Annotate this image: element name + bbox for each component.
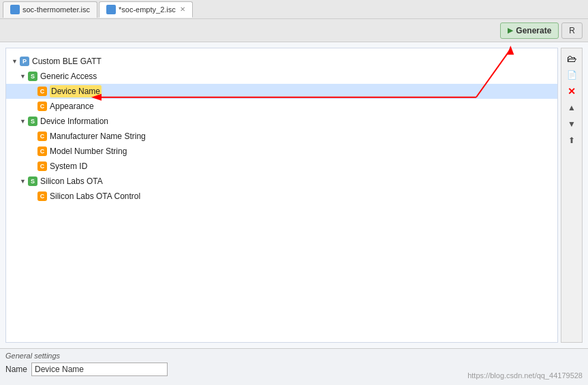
tree-label-appearance: Appearance bbox=[50, 100, 94, 112]
name-field-label: Name bbox=[5, 365, 27, 374]
tree-item-device-name[interactable]: C Device Name bbox=[6, 84, 557, 99]
tab-label-thermometer: soc-thermometer.isc bbox=[22, 5, 90, 14]
bottom-panel: General settings Name bbox=[0, 348, 588, 385]
tab-bar: soc-thermometer.isc *soc-empty_2.isc ✕ bbox=[0, 0, 588, 19]
tree-item-device-information[interactable]: ▼ S Device Information bbox=[6, 114, 557, 129]
arrow-generic-access: ▼ bbox=[20, 70, 28, 82]
general-settings-title: General settings bbox=[5, 352, 583, 360]
tree-root: ▼ P Custom BLE GATT ▼ S Generic Access C… bbox=[6, 48, 557, 209]
badge-c-system-id: C bbox=[37, 161, 47, 171]
tree-item-generic-access[interactable]: ▼ S Generic Access bbox=[6, 69, 557, 84]
tree-label-ota-control: Silicon Labs OTA Control bbox=[50, 190, 140, 202]
arrow-manufacturer bbox=[29, 130, 37, 142]
delete-button[interactable]: ✕ bbox=[563, 84, 580, 99]
main-content: ▼ P Custom BLE GATT ▼ S Generic Access C… bbox=[0, 42, 588, 348]
tab-icon-thermometer bbox=[10, 5, 20, 14]
tree-label-root: Custom BLE GATT bbox=[32, 55, 102, 67]
export-button[interactable]: ⬆ bbox=[563, 133, 580, 148]
tab-soc-thermometer[interactable]: soc-thermometer.isc bbox=[3, 1, 97, 18]
badge-c-appearance: C bbox=[37, 102, 47, 111]
tab-soc-empty2[interactable]: *soc-empty_2.isc ✕ bbox=[99, 1, 193, 18]
tree-label-manufacturer: Manufacturer Name String bbox=[50, 130, 146, 142]
up-arrow-icon: ▲ bbox=[568, 103, 576, 112]
folder-icon: 🗁 bbox=[567, 53, 576, 64]
tree-item-system-id[interactable]: C System ID bbox=[6, 159, 557, 174]
tree-item-root[interactable]: ▼ P Custom BLE GATT bbox=[6, 54, 557, 69]
tree-panel: ▼ P Custom BLE GATT ▼ S Generic Access C… bbox=[5, 48, 558, 343]
badge-s-ota: S bbox=[28, 176, 37, 186]
tree-label-device-info: Device Information bbox=[40, 115, 108, 127]
file-button[interactable]: 📄 bbox=[563, 67, 580, 82]
secondary-label: R bbox=[569, 26, 575, 35]
tab-close-button[interactable]: ✕ bbox=[180, 5, 185, 13]
tree-item-manufacturer-name[interactable]: C Manufacturer Name String bbox=[6, 129, 557, 144]
arrow-device-info: ▼ bbox=[20, 115, 28, 127]
tree-item-appearance[interactable]: C Appearance bbox=[6, 99, 557, 114]
badge-c-model-number: C bbox=[37, 147, 47, 156]
tree-item-ota-control[interactable]: C Silicon Labs OTA Control bbox=[6, 189, 557, 204]
badge-s-generic-access: S bbox=[28, 72, 37, 81]
down-arrow-icon: ▼ bbox=[568, 119, 576, 129]
secondary-button[interactable]: R bbox=[561, 22, 583, 39]
folder-open-button[interactable]: 🗁 bbox=[563, 51, 580, 66]
badge-p-root: P bbox=[20, 57, 29, 66]
play-icon: ▶ bbox=[508, 27, 513, 34]
file-icon: 📄 bbox=[567, 70, 577, 80]
tree-label-model-number: Model Number String bbox=[50, 145, 127, 157]
generate-button[interactable]: ▶ Generate bbox=[500, 22, 559, 39]
delete-icon: ✕ bbox=[568, 86, 576, 97]
name-field-row: Name bbox=[5, 363, 583, 376]
badge-c-manufacturer: C bbox=[37, 132, 47, 141]
arrow-root: ▼ bbox=[12, 55, 20, 67]
badge-c-device-name: C bbox=[37, 87, 47, 96]
generate-label: Generate bbox=[516, 26, 551, 35]
tab-icon-empty2 bbox=[106, 5, 116, 14]
badge-s-device-info: S bbox=[28, 117, 37, 126]
arrow-model-number bbox=[29, 145, 37, 157]
tree-item-silicon-labs-ota[interactable]: ▼ S Silicon Labs OTA bbox=[6, 174, 557, 189]
move-up-button[interactable]: ▲ bbox=[563, 100, 580, 115]
move-down-button[interactable]: ▼ bbox=[563, 117, 580, 132]
export-icon: ⬆ bbox=[568, 136, 575, 145]
tree-label-ota: Silicon Labs OTA bbox=[40, 175, 103, 187]
main-toolbar: ▶ Generate R bbox=[0, 19, 588, 42]
arrow-system-id bbox=[29, 160, 37, 172]
arrow-ota: ▼ bbox=[20, 175, 28, 187]
badge-c-ota-control: C bbox=[37, 191, 47, 201]
tree-label-device-name: Device Name bbox=[50, 85, 102, 97]
tree-label-system-id: System ID bbox=[50, 160, 87, 172]
arrow-device-name bbox=[29, 85, 37, 97]
name-field-input[interactable] bbox=[31, 363, 168, 376]
side-toolbar: 🗁 📄 ✕ ▲ ▼ ⬆ bbox=[561, 48, 583, 343]
tab-label-empty2: *soc-empty_2.isc bbox=[119, 5, 176, 14]
arrow-appearance bbox=[29, 100, 37, 112]
arrow-ota-control bbox=[29, 190, 37, 202]
tree-item-model-number[interactable]: C Model Number String bbox=[6, 144, 557, 159]
tree-label-generic-access: Generic Access bbox=[40, 70, 97, 82]
